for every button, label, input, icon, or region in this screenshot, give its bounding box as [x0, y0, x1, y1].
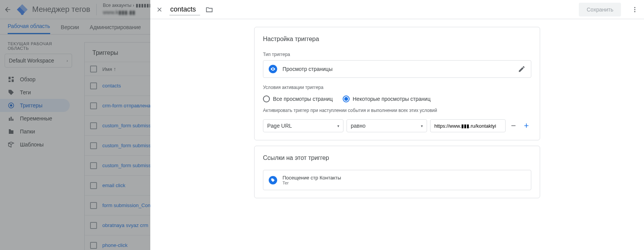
references-heading: Ссылки на этот триггер	[255, 146, 540, 167]
edit-icon[interactable]	[518, 65, 526, 73]
activate-hint: Активировать триггер при наступлении соб…	[255, 108, 540, 116]
folder-picker-icon[interactable]	[205, 6, 213, 13]
conditions-label: Условия активации триггера	[255, 85, 540, 93]
condition-value-input[interactable]	[430, 119, 506, 132]
svg-point-14	[634, 11, 636, 12]
radio-off-icon	[263, 95, 270, 102]
trigger-edit-panel: Сохранить Настройка триггера Тип триггер…	[150, 0, 644, 250]
trigger-type-label: Тип триггера	[255, 48, 540, 60]
radio-all-pageviews[interactable]: Все просмотры страниц	[263, 95, 333, 102]
trigger-name-input[interactable]	[169, 4, 200, 15]
operator-dropdown[interactable]: равно▾	[347, 119, 427, 132]
close-icon[interactable]	[155, 5, 164, 14]
remove-condition-button[interactable]: −	[509, 120, 519, 131]
radio-on-icon	[343, 95, 350, 102]
reference-item[interactable]: Посещение стр Контакты Тег	[263, 170, 531, 190]
add-condition-button[interactable]: +	[521, 120, 531, 131]
pageview-icon	[269, 65, 277, 73]
config-heading: Настройка триггера	[255, 27, 540, 48]
chevron-down-icon: ▾	[337, 124, 339, 128]
save-button[interactable]: Сохранить	[579, 3, 621, 16]
svg-point-13	[634, 9, 636, 10]
kebab-menu-icon[interactable]	[630, 5, 639, 14]
svg-point-12	[634, 7, 636, 8]
trigger-type-box: Просмотр страницы	[263, 60, 531, 78]
tag-badge-icon	[269, 176, 277, 184]
chevron-down-icon: ▾	[421, 124, 423, 128]
radio-some-pageviews[interactable]: Некоторые просмотры страниц	[343, 95, 430, 102]
variable-dropdown[interactable]: Page URL▾	[263, 119, 343, 132]
